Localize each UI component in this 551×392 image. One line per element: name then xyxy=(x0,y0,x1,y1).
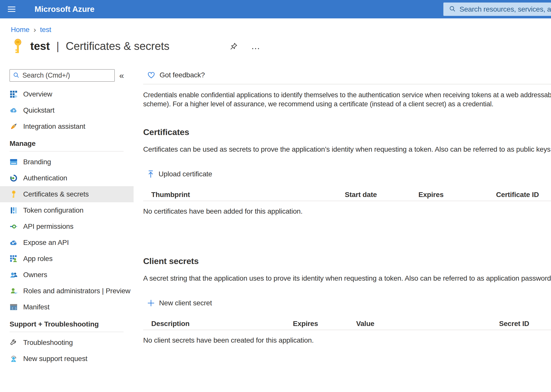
sidebar-search-input[interactable] xyxy=(22,72,111,79)
column-header: Expires xyxy=(418,191,496,199)
sidebar-item-label: Roles and administrators | Preview xyxy=(23,287,130,295)
credentials-intro-text: Credentials enable confidential applicat… xyxy=(143,90,551,109)
sidebar-item-label: Branding xyxy=(23,158,51,166)
sidebar-search-box[interactable] xyxy=(10,69,115,82)
toolbar-divider xyxy=(143,84,551,84)
sidebar-item-label: Integration assistant xyxy=(23,122,85,130)
global-search-input[interactable] xyxy=(460,5,551,13)
breadcrumb-separator: › xyxy=(33,25,37,34)
sidebar-item-integration-assistant[interactable]: Integration assistant xyxy=(0,118,134,135)
collapse-sidebar-button[interactable]: « xyxy=(119,71,124,80)
main-panel: Got feedback? Credentials enable confide… xyxy=(134,54,551,392)
column-header: Value xyxy=(356,320,499,328)
blade-name: Certificates & secrets xyxy=(66,40,169,52)
breadcrumb-test-link[interactable]: test xyxy=(40,26,51,34)
intro-line-1: Credentials enable confidential applicat… xyxy=(143,90,551,100)
integration-assistant-icon xyxy=(10,122,18,130)
sidebar-item-label: Expose an API xyxy=(23,239,69,247)
sidebar-item-label: New support request xyxy=(23,355,87,363)
upload-certificate-label: Upload certificate xyxy=(159,170,212,178)
svg-text:{ }: { } xyxy=(12,307,17,310)
breadcrumb-home-link[interactable]: Home xyxy=(11,26,29,34)
sidebar-item-roles-and-administrators-preview[interactable]: Roles and administrators | Preview xyxy=(0,283,134,299)
client-secrets-table-header: DescriptionExpiresValueSecret ID xyxy=(143,318,551,330)
column-header: Expires xyxy=(293,320,356,328)
upload-certificate-button[interactable]: Upload certificate xyxy=(147,169,212,180)
hamburger-menu-icon[interactable] xyxy=(8,7,15,12)
page-title: test | Certificates & secrets xyxy=(30,40,169,52)
page-title-row: test | Certificates & secrets … xyxy=(14,38,551,54)
sidebar-item-owners[interactable]: Owners xyxy=(0,267,134,283)
breadcrumb: Home › test xyxy=(11,25,551,35)
certificates-description: Certificates can be used as secrets to p… xyxy=(143,145,551,154)
sidebar-item-label: Token configuration xyxy=(23,206,83,214)
sidebar-item-new-support-request[interactable]: New support request xyxy=(0,351,134,367)
column-header: Start date xyxy=(345,191,418,199)
sidebar-item-branding[interactable]: wwwBranding xyxy=(0,154,134,170)
sidebar-item-api-permissions[interactable]: API permissions xyxy=(0,218,134,235)
intro-line-2: scheme). For a higher level of assurance… xyxy=(143,100,551,109)
column-header: Certificate ID xyxy=(496,191,551,199)
sidebar-section-divider xyxy=(10,151,124,151)
roles-administrators-icon xyxy=(10,287,18,295)
column-header: Thumbprint xyxy=(151,191,345,199)
client-secrets-empty-message: No client secrets have been created for … xyxy=(143,336,551,345)
title-divider: | xyxy=(53,40,63,52)
app-name: test xyxy=(30,40,50,52)
column-header: Secret ID xyxy=(499,320,551,328)
key-icon xyxy=(14,39,22,54)
client-secrets-description: A secret string that the application use… xyxy=(143,274,551,283)
upload-icon xyxy=(147,170,154,178)
sidebar-item-label: Authentication xyxy=(23,174,67,182)
content-area: « OverviewQuickstartIntegration assistan… xyxy=(0,54,551,392)
new-client-secret-button[interactable]: New client secret xyxy=(147,298,212,309)
sidebar-item-app-roles[interactable]: App roles xyxy=(0,251,134,267)
heart-icon xyxy=(147,71,155,79)
sidebar-section-divider xyxy=(10,332,124,332)
sidebar-item-authentication[interactable]: Authentication xyxy=(0,170,134,186)
got-feedback-button[interactable]: Got feedback? xyxy=(147,70,205,80)
pin-icon[interactable] xyxy=(229,42,238,51)
branding-icon: www xyxy=(10,158,18,166)
app-roles-icon xyxy=(10,255,18,263)
client-secrets-heading: Client secrets xyxy=(143,256,551,268)
blade-sidebar: « OverviewQuickstartIntegration assistan… xyxy=(0,54,134,392)
token-configuration-icon xyxy=(10,206,18,214)
sidebar-item-quickstart[interactable]: Quickstart xyxy=(0,102,134,118)
sidebar-item-label: Overview xyxy=(23,90,52,98)
sidebar-nav: OverviewQuickstartIntegration assistantM… xyxy=(0,86,134,367)
certificates-empty-message: No certificates have been added for this… xyxy=(143,207,551,216)
owners-icon xyxy=(10,271,18,279)
sidebar-item-label: Troubleshooting xyxy=(23,339,73,347)
sidebar-item-label: Quickstart xyxy=(23,106,54,114)
support-request-icon xyxy=(10,355,18,363)
api-permissions-icon xyxy=(10,222,18,231)
sidebar-search-row: « xyxy=(0,69,134,82)
sidebar-item-token-configuration[interactable]: Token configuration xyxy=(0,202,134,218)
overview-icon xyxy=(10,90,18,98)
certificates-heading: Certificates xyxy=(143,127,551,139)
troubleshooting-icon xyxy=(10,339,18,347)
sidebar-item-certificates-secrets[interactable]: Certificates & secrets xyxy=(0,186,134,202)
search-icon xyxy=(13,72,19,79)
sidebar-item-label: API permissions xyxy=(23,222,73,231)
top-bar: Microsoft Azure xyxy=(0,0,551,18)
search-icon xyxy=(449,5,456,13)
sidebar-section-header-manage: Manage xyxy=(10,138,134,149)
manifest-icon: { } xyxy=(10,303,18,311)
authentication-icon xyxy=(10,174,18,182)
sidebar-item-expose-an-api[interactable]: Expose an API xyxy=(0,235,134,251)
sidebar-item-manifest[interactable]: { }Manifest xyxy=(0,299,134,315)
sidebar-item-troubleshooting[interactable]: Troubleshooting xyxy=(0,335,134,351)
more-options-button[interactable]: … xyxy=(251,44,260,49)
certificates-table-header: ThumbprintStart dateExpiresCertificate I… xyxy=(143,189,551,201)
key-icon xyxy=(10,190,18,198)
column-header: Description xyxy=(151,320,293,328)
plus-icon xyxy=(147,299,155,307)
expose-api-icon xyxy=(10,239,18,247)
sidebar-item-label: Owners xyxy=(23,271,47,279)
global-search-box[interactable] xyxy=(443,3,551,16)
svg-text:www: www xyxy=(11,162,16,165)
sidebar-item-overview[interactable]: Overview xyxy=(0,86,134,102)
azure-brand-title[interactable]: Microsoft Azure xyxy=(35,0,95,18)
